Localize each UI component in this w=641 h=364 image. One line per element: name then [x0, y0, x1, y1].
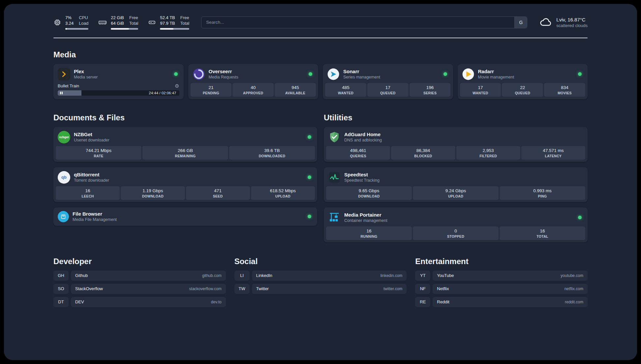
- stat-label: WANTED: [326, 91, 366, 95]
- search-input[interactable]: [201, 17, 514, 28]
- stat-value: 9.24 Gbps: [413, 188, 498, 193]
- qbittorrent-icon-text: qb: [61, 175, 67, 180]
- service-name: Radarr: [478, 69, 514, 74]
- stat-tile: 498,461 QUERIES: [326, 146, 390, 160]
- disk-widget: 52.4 TB 97.9 TB Free Total: [148, 15, 189, 30]
- cpu-load-label: Load: [79, 21, 88, 26]
- stat-label: MOVIES: [545, 91, 585, 95]
- stat-tile: 0 STOPPED: [413, 227, 499, 240]
- stat-tile: 196 SERIES: [410, 83, 451, 97]
- status-dot-online: [308, 215, 311, 218]
- settings-gear-icon[interactable]: ⚙: [175, 83, 179, 88]
- pause-icon[interactable]: [60, 92, 63, 94]
- stat-value: 21: [191, 85, 231, 90]
- playback-progress-bar[interactable]: 24:44 / 02:06:47: [58, 90, 179, 96]
- bookmark-name: Reddit: [437, 299, 449, 304]
- bookmark-url: github.com: [202, 273, 222, 278]
- bookmark-netflix[interactable]: NF Netflix netflix.com: [415, 284, 588, 294]
- cpu-widget: 7% 3.24 CPU Load: [53, 15, 88, 30]
- disk-icon: [148, 18, 156, 26]
- service-card-qbittorrent[interactable]: qb qBittorrent Torrent downloader 16 LEE…: [53, 167, 317, 202]
- service-description: Speedtest Tracking: [344, 178, 380, 183]
- service-card-plex[interactable]: Plex Media server Bullet Train ⚙ 24:44 /…: [53, 64, 184, 99]
- disk-progress-fill: [160, 28, 173, 30]
- stat-tile: 86,384 BLOCKED: [391, 146, 455, 160]
- cpu-progress-bar: [65, 28, 88, 30]
- bookmark-stackoverflow[interactable]: SO StackOverflow stackoverflow.com: [53, 284, 226, 294]
- topbar-divider: [53, 38, 588, 38]
- stat-value: 945: [275, 85, 315, 90]
- stat-tile: 9.24 Gbps UPLOAD: [413, 186, 499, 200]
- service-card-speedtest[interactable]: Speedtest Speedtest Tracking 9.65 Gbps D…: [324, 167, 588, 202]
- cpu-progress-fill: [65, 28, 67, 30]
- service-card-filebrowser[interactable]: File Browser Media File Management: [53, 207, 317, 226]
- disk-free-label: Free: [180, 15, 189, 21]
- bookmark-linkedin[interactable]: LI LinkedIn linkedin.com: [234, 271, 407, 281]
- service-card-radarr[interactable]: Radarr Movie management 17 WANTED 22 QUE…: [458, 64, 588, 99]
- service-card-overseerr[interactable]: Overseerr Media Requests 21 PENDING 40 A…: [188, 64, 319, 99]
- service-card-portainer[interactable]: Media Portainer Container management 16 …: [324, 207, 588, 242]
- now-playing-title: Bullet Train: [58, 83, 79, 88]
- stat-label: SERIES: [410, 91, 450, 95]
- stat-tile: 9.65 Gbps DOWNLOAD: [326, 186, 412, 200]
- stat-value: 0.993 ms: [500, 188, 585, 193]
- stat-value: 485: [326, 85, 366, 90]
- stat-value: 16: [500, 228, 585, 233]
- bookmark-reddit[interactable]: RE Reddit reddit.com: [415, 297, 588, 307]
- service-card-nzbget[interactable]: nzbget NZBGet Usenet downloader 744.21 M…: [53, 127, 317, 162]
- memory-free-label: Free: [129, 15, 138, 21]
- service-name: Speedtest: [344, 172, 380, 177]
- stat-label: LEECH: [56, 194, 119, 198]
- stat-tile: 40 APPROVED: [232, 83, 274, 97]
- media-card-grid: Plex Media server Bullet Train ⚙ 24:44 /…: [53, 64, 588, 99]
- bookmark-abbr: TW: [234, 284, 250, 294]
- stat-label: QUEUED: [368, 91, 408, 95]
- cpu-icon: [53, 18, 61, 26]
- service-card-sonarr[interactable]: Sonarr Series management 485 WANTED 17 Q…: [323, 64, 453, 99]
- service-name: File Browser: [73, 211, 117, 217]
- stat-value: 17: [461, 85, 501, 90]
- bookmark-youtube[interactable]: YT YouTube youtube.com: [415, 271, 588, 281]
- stat-tile: 22 QUEUED: [502, 83, 543, 97]
- plex-now-playing: Bullet Train ⚙ 24:44 / 02:06:47: [56, 83, 181, 97]
- stat-label: WANTED: [461, 91, 501, 95]
- radarr-icon: [462, 68, 474, 80]
- cpu-usage-value: 7%: [65, 15, 74, 21]
- service-description: Media File Management: [73, 217, 117, 222]
- adguard-icon: [328, 131, 341, 143]
- bookmark-group-title: Social: [234, 257, 407, 266]
- bookmark-abbr: SO: [53, 284, 69, 294]
- bookmark-abbr: DT: [53, 297, 69, 307]
- cloud-icon: [539, 16, 552, 28]
- bookmark-name: LinkedIn: [256, 273, 272, 278]
- bookmark-twitter[interactable]: TW Twitter twitter.com: [234, 284, 407, 294]
- bookmark-dev[interactable]: DT DEV dev.to: [53, 297, 226, 307]
- bookmark-url: youtube.com: [561, 273, 583, 278]
- stat-tile: 266 GB REMAINING: [142, 146, 228, 160]
- stat-value: 22: [503, 85, 542, 90]
- service-description: DNS and adblocking: [344, 138, 382, 142]
- service-card-adguard[interactable]: AdGuard Home DNS and adblocking 498,461 …: [324, 127, 588, 162]
- search-bar[interactable]: G: [201, 16, 527, 28]
- stat-label: DOWNLOAD: [327, 194, 411, 198]
- stat-tile: 39.6 TB DOWNLOADED: [229, 146, 315, 160]
- bookmark-name: Netflix: [437, 286, 449, 291]
- stat-value: 1.19 Gbps: [121, 188, 184, 193]
- bookmark-github[interactable]: GH Github github.com: [53, 271, 226, 281]
- stat-label: SEED: [187, 194, 249, 198]
- stat-value: 47.571 ms: [522, 148, 585, 153]
- bookmark-group-title: Developer: [53, 257, 226, 266]
- memory-widget: 22 GiB 64 GiB Free Total: [98, 15, 138, 30]
- search-provider-button[interactable]: G: [514, 17, 527, 28]
- stat-label: DOWNLOADED: [230, 154, 314, 158]
- stat-tile: 945 AVAILABLE: [275, 83, 316, 97]
- stat-value: 39.6 TB: [230, 148, 314, 153]
- stat-label: RUNNING: [327, 234, 411, 238]
- service-description: Media Requests: [209, 75, 238, 79]
- nzbget-icon: nzbget: [58, 131, 70, 143]
- service-name: Sonarr: [343, 69, 380, 74]
- service-description: Torrent downloader: [74, 178, 109, 183]
- bookmark-url: linkedin.com: [381, 273, 403, 278]
- service-name: Overseerr: [209, 69, 238, 74]
- bookmark-name: Github: [75, 273, 88, 278]
